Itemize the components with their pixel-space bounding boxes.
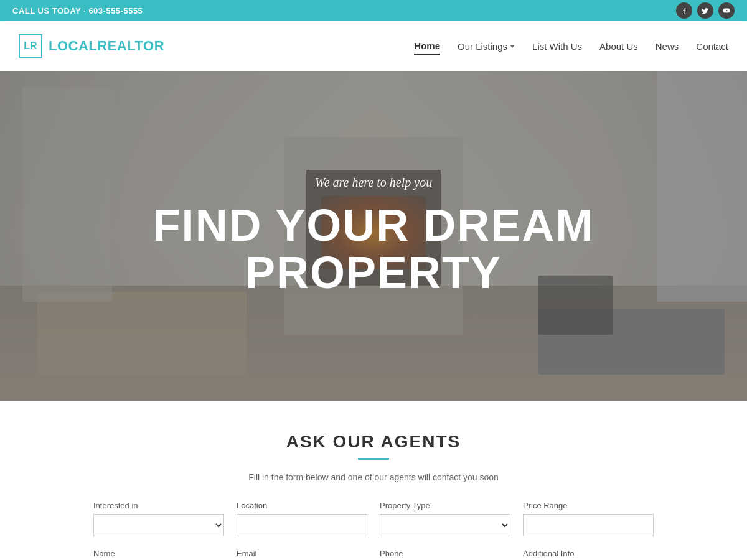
twitter-icon[interactable] <box>697 2 713 19</box>
nav-contact[interactable]: Contact <box>696 39 728 54</box>
form-group-price-range: Price Range <box>523 501 654 536</box>
social-links <box>676 2 735 19</box>
label-additional-info: Additional Info <box>523 549 654 558</box>
label-interested-in: Interested in <box>93 501 224 510</box>
select-property-type[interactable]: House Condo Land <box>380 514 510 536</box>
label-name: Name <box>93 549 224 558</box>
hero-subtitle: We are here to help you <box>153 175 594 190</box>
label-location: Location <box>237 501 367 510</box>
form-group-phone: Phone <box>380 549 510 560</box>
label-email: Email <box>237 549 367 558</box>
form-group-email: Email <box>237 549 367 560</box>
facebook-icon[interactable] <box>676 2 692 19</box>
hero-section: We are here to help you FIND YOUR DREAM … <box>0 71 747 401</box>
form-divider <box>358 458 389 460</box>
input-price-range[interactable] <box>523 514 654 536</box>
form-group-additional-info: Additional Info <box>523 549 654 560</box>
nav-list-with-us[interactable]: List With Us <box>532 39 582 54</box>
nav-our-listings[interactable]: Our Listings <box>458 39 515 54</box>
logo-icon: LR <box>19 34 42 58</box>
hero-content: We are here to help you FIND YOUR DREAM … <box>153 175 594 296</box>
logo-text: LOCALREALTOR <box>49 38 164 54</box>
input-location[interactable] <box>237 514 367 536</box>
hero-title: FIND YOUR DREAM PROPERTY <box>153 202 594 296</box>
nav-about-us[interactable]: About Us <box>599 39 638 54</box>
select-interested-in[interactable]: Buy Rent <box>93 514 224 536</box>
form-description: Fill in the form below and one of our ag… <box>19 472 728 482</box>
form-group-property-type: Property Type House Condo Land <box>380 501 510 536</box>
phone-number: CALL US TODAY · 603-555-5555 <box>12 6 143 16</box>
chevron-down-icon <box>510 45 515 48</box>
label-phone: Phone <box>380 549 510 558</box>
agent-form: Interested in Buy Rent Location Property… <box>93 501 654 560</box>
main-nav: Home Our Listings List With Us About Us … <box>414 38 728 55</box>
label-price-range: Price Range <box>523 501 654 510</box>
header: LR LOCALREALTOR Home Our Listings List W… <box>0 21 747 71</box>
top-bar: CALL US TODAY · 603-555-5555 <box>0 0 747 21</box>
youtube-icon[interactable] <box>718 2 735 19</box>
nav-home[interactable]: Home <box>414 38 440 55</box>
form-group-interested: Interested in Buy Rent <box>93 501 224 536</box>
form-group-location: Location <box>237 501 367 536</box>
nav-news[interactable]: News <box>655 39 679 54</box>
logo[interactable]: LR LOCALREALTOR <box>19 34 164 58</box>
form-section-title: ASK OUR AGENTS <box>19 432 728 452</box>
label-property-type: Property Type <box>380 501 510 510</box>
form-section: ASK OUR AGENTS Fill in the form below an… <box>0 401 747 560</box>
form-group-name: Name <box>93 549 224 560</box>
